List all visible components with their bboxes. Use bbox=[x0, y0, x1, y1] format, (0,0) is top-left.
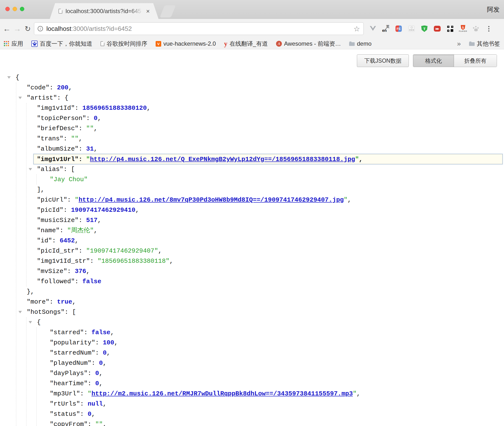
json-token: : bbox=[67, 196, 75, 204]
address-bar[interactable]: i localhost:3000/artists?id=6452 ☆ bbox=[34, 22, 364, 35]
json-token: : bbox=[80, 390, 88, 397]
tab-title: localhost:3000/artists?id=645 bbox=[66, 8, 144, 15]
json-token: : bbox=[95, 349, 103, 357]
json-token: " bbox=[344, 196, 348, 204]
json-token: 18569651883380120 bbox=[82, 104, 147, 112]
json-token: , bbox=[86, 268, 90, 275]
json-token: , bbox=[103, 421, 107, 426]
window-minimize-button[interactable] bbox=[13, 7, 17, 11]
fe-toolbox-icon[interactable]: FE bbox=[394, 22, 403, 35]
json-line: "name": "周杰伦", bbox=[0, 225, 504, 236]
chrome-menu-button[interactable] bbox=[484, 22, 494, 35]
json-token: , bbox=[147, 104, 151, 112]
reload-button[interactable]: ↻ bbox=[22, 19, 33, 38]
json-token: : bbox=[80, 400, 88, 408]
json-token: 19097417462929410 bbox=[71, 206, 135, 214]
other-bookmarks-folder[interactable]: 其他书签 bbox=[469, 40, 500, 48]
json-token: : bbox=[79, 247, 86, 255]
json-line: "briefDesc": "", bbox=[0, 123, 504, 134]
page-info-icon[interactable]: i bbox=[38, 26, 43, 31]
tab-close-icon[interactable]: × bbox=[146, 8, 150, 14]
json-line: "more": true, bbox=[0, 297, 504, 307]
extension-icons-row: 英 ↔ en FE T ▶▶ 5 PLAYER bbox=[368, 19, 497, 38]
back-button[interactable]: ← bbox=[1, 19, 12, 38]
json-token: "picId_str" bbox=[37, 247, 79, 255]
collapse-toggle-icon[interactable] bbox=[29, 321, 32, 324]
json-url-link[interactable]: http://m2.music.126.net/RMJR7wDullRqppBk… bbox=[92, 390, 353, 397]
json-token: : bbox=[52, 237, 59, 244]
bookmark-awesomes[interactable]: A Awesomes - 前端资… bbox=[276, 40, 341, 48]
bookmark-apps[interactable]: 应用 bbox=[4, 40, 23, 48]
collapse-toggle-icon[interactable] bbox=[18, 97, 22, 99]
folder-icon bbox=[469, 42, 475, 46]
json-token: : bbox=[88, 421, 95, 426]
json-token: "musicSize" bbox=[37, 217, 79, 224]
json-token: : bbox=[67, 268, 75, 275]
bookmark-label: demo bbox=[357, 40, 371, 47]
json-token: "19097417462929407" bbox=[86, 247, 158, 255]
translator-icon[interactable]: 英 ↔ en bbox=[381, 22, 391, 35]
bookmark-baidu[interactable]: 百度一下，你就知道 bbox=[31, 40, 92, 48]
collapse-toggle-icon[interactable] bbox=[18, 311, 22, 313]
json-token: , bbox=[98, 115, 101, 122]
json-token: : bbox=[50, 84, 57, 91]
profile-name[interactable]: 阿发 bbox=[487, 5, 500, 14]
json-line: "starred": false, bbox=[0, 327, 504, 338]
json-lines: {"code": 200,"artist": {"img1v1Id": 1856… bbox=[0, 72, 504, 426]
json-token: : bbox=[75, 104, 82, 112]
json-token: , bbox=[135, 206, 139, 214]
json-url-link[interactable]: http://p4.music.126.net/Q_ExePNkmgB2yWyL… bbox=[90, 156, 355, 163]
json-token: "starredNum" bbox=[50, 349, 95, 357]
download-json-button[interactable]: 下载JSON数据 bbox=[357, 54, 409, 67]
json-token: "popularity" bbox=[50, 339, 95, 346]
window-close-button[interactable] bbox=[5, 7, 10, 11]
bookmark-youdao[interactable]: y 在线翻译_有道 bbox=[224, 40, 268, 48]
bookmark-google-sort[interactable]: 谷歌按时间排序 bbox=[101, 40, 147, 48]
json-line: "picId": 19097417462929410, bbox=[0, 205, 504, 215]
json-line: "picId_str": "19097417462929407", bbox=[0, 246, 504, 256]
new-tab-button[interactable] bbox=[160, 5, 176, 17]
window-zoom-button[interactable] bbox=[20, 7, 24, 11]
browser-tab[interactable]: localhost:3000/artists?id=645 × bbox=[50, 3, 159, 19]
page-icon bbox=[101, 41, 104, 46]
bookmark-folder-demo[interactable]: demo bbox=[349, 40, 371, 47]
format-button[interactable]: 格式化 bbox=[413, 55, 454, 67]
json-url-link[interactable]: http://p4.music.126.net/8mv7qP30Pd3oHW8b… bbox=[79, 196, 344, 204]
json-token: "Jay Chou" bbox=[50, 176, 88, 183]
collapse-all-button[interactable]: 折叠所有 bbox=[454, 55, 497, 67]
json-token: " bbox=[355, 156, 359, 163]
url-text[interactable]: localhost:3000/artists?id=6452 bbox=[46, 25, 132, 33]
bookmarks-overflow-chevron[interactable]: » bbox=[457, 40, 461, 48]
json-token: : bbox=[92, 359, 99, 367]
bookmark-star-icon[interactable]: ☆ bbox=[353, 25, 360, 33]
json-token: : bbox=[63, 135, 71, 142]
vue-devtools-icon[interactable] bbox=[368, 22, 378, 35]
collapse-toggle-icon[interactable] bbox=[7, 76, 11, 79]
bookmark-label: 在线翻译_有道 bbox=[230, 40, 268, 48]
json-token: "albumSize" bbox=[37, 145, 79, 153]
json-line: { bbox=[0, 317, 504, 327]
json-token: "playedNum" bbox=[50, 359, 92, 367]
qr-code-icon[interactable] bbox=[445, 22, 455, 35]
json-token: , bbox=[94, 227, 98, 234]
json-token: : { bbox=[57, 94, 68, 102]
fe-glyph: FE bbox=[395, 26, 402, 32]
json-line: { bbox=[0, 72, 504, 83]
bookmark-vue-hackernews[interactable]: V vue-hackernews-2.0 bbox=[156, 40, 216, 47]
json-token: "dayPlays" bbox=[50, 370, 88, 377]
video-speed-icon[interactable]: ▶▶ bbox=[432, 22, 442, 35]
json-line: }, bbox=[0, 287, 504, 297]
html5-player-icon[interactable]: 5 PLAYER bbox=[458, 22, 468, 35]
json-line: ], bbox=[0, 185, 504, 195]
collapse-toggle-icon[interactable] bbox=[29, 168, 32, 170]
qr-glyph bbox=[447, 26, 453, 32]
sitemap-icon[interactable] bbox=[407, 22, 416, 35]
json-line: "alias": [ bbox=[0, 164, 504, 174]
shield-t-icon[interactable]: T bbox=[420, 22, 429, 35]
bookmark-label: 谷歌按时间排序 bbox=[107, 40, 147, 48]
json-token: , bbox=[99, 380, 103, 387]
bookmark-label: 应用 bbox=[11, 40, 23, 48]
json-token: , bbox=[357, 390, 361, 397]
paw-icon[interactable] bbox=[471, 22, 481, 35]
json-line: "Jay Chou" bbox=[0, 174, 504, 185]
